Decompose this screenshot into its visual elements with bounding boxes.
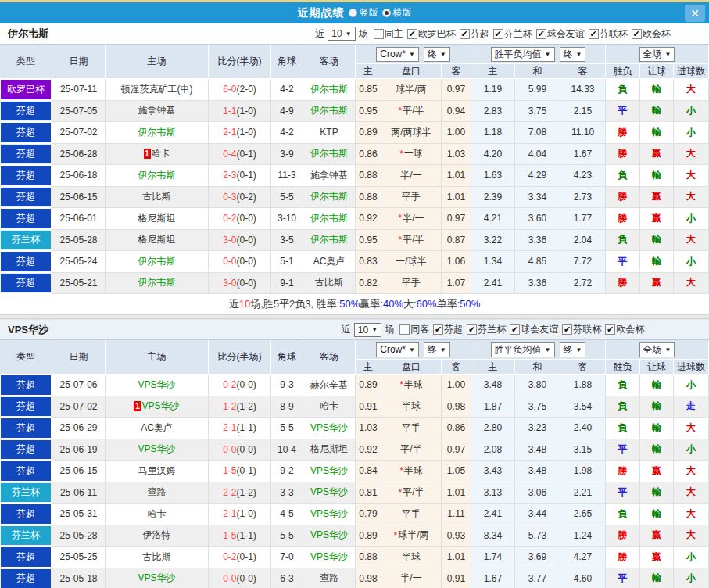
league-cell: 芬兰杯 — [0, 525, 52, 547]
league-filter[interactable]: ✔芬兰杯 — [493, 27, 532, 41]
result: 平 — [606, 482, 640, 504]
filter-label: 球会友谊 — [547, 27, 585, 41]
halftime-score: (0-0) — [237, 444, 256, 455]
crow-away-odds: 1.01 — [442, 482, 471, 504]
filter-label: 芬兰杯 — [478, 323, 506, 336]
close-icon: ✕ — [690, 7, 700, 20]
avg-source-select[interactable]: 胜平负均值▼ — [491, 47, 555, 62]
odds-time-select[interactable]: 终▼ — [424, 47, 450, 62]
spread-result: 贏 — [640, 461, 674, 482]
team-name: 伊尔韦斯 — [310, 147, 348, 160]
avg-home-odds: 3.43 — [471, 461, 515, 482]
crow-home-odds: 0.95 — [356, 101, 381, 123]
caret-down-icon: ▼ — [576, 346, 582, 353]
league-filter[interactable]: ✔欧罗巴杯 — [407, 27, 456, 41]
team-name: VPS华沙 — [310, 486, 348, 499]
crow-home-odds: 0.84 — [356, 461, 381, 482]
avg-draw-odds: 3.36 — [515, 273, 560, 295]
spread-result: 贏 — [640, 208, 674, 230]
avg-home-odds: 1.19 — [471, 79, 515, 101]
crow-home-odds: 0.81 — [356, 482, 381, 504]
col-score: 比分(半场) — [209, 45, 271, 79]
scope-select[interactable]: 全场▼ — [639, 342, 675, 357]
avg-select-group: 胜平负均值▼ 终▼ — [471, 340, 606, 360]
spread-result: 輸 — [640, 122, 674, 144]
goals-result: 大 — [674, 461, 709, 482]
league-filter[interactable]: ✔芬超 — [433, 323, 463, 336]
league-filter[interactable]: ✔欧会杯 — [632, 27, 671, 41]
odds-time-select[interactable]: 终▼ — [424, 342, 450, 357]
match-row: 芬超25-06-18伊尔韦斯2-3(0-1)11-3施拿钟基0.88半/一1.0… — [0, 165, 709, 187]
goals-result: 大 — [674, 79, 709, 101]
halftime-score: (0-0) — [237, 213, 256, 224]
team-section-vps: VPS华沙 近10▼场同客✔芬超✔芬兰杯✔球会友谊✔芬联杯✔欧会杯 类型 日期 … — [0, 319, 709, 588]
handicap: 平手 — [381, 273, 442, 295]
away-team: VPS华沙 — [303, 418, 356, 439]
checkbox-checked-icon: ✔ — [536, 29, 546, 39]
team-name: 伊尔韦斯 — [310, 83, 348, 96]
team-name: VPS华沙 — [310, 529, 348, 542]
match-count-select[interactable]: 10▼ — [328, 27, 355, 41]
scope-select[interactable]: 全场▼ — [639, 47, 675, 62]
subcol-avg-home: 主 — [471, 64, 515, 79]
fulltime-score: 1-2 — [223, 401, 236, 412]
checkbox-checked-icon: ✔ — [562, 324, 572, 335]
league-filter[interactable]: ✔芬联杯 — [589, 27, 628, 41]
corners: 3-10 — [271, 208, 303, 230]
odds-source-select[interactable]: Crow*▼ — [376, 47, 419, 62]
handicap: *半球 — [381, 375, 442, 396]
match-row: 芬超25-05-31哈卡2-1(1-0)4-5VPS华沙0.79平手1.112.… — [0, 504, 709, 525]
away-team: 查路 — [303, 568, 356, 588]
view-toggle-vertical[interactable]: 竖版 — [349, 6, 378, 20]
view-toggle-horizontal[interactable]: 横版 — [382, 6, 412, 20]
subcol-handicap: 盘口 — [381, 64, 442, 79]
select-value: 终 — [428, 343, 437, 357]
filter-label: 芬联杯 — [573, 323, 601, 336]
spread-result: 輸 — [640, 396, 674, 418]
match-row: 芬兰杯25-06-11查路2-2(1-2)3-3VPS华沙0.81*平/半1.0… — [0, 482, 709, 504]
filter-label: 芬联杯 — [600, 27, 628, 41]
crow-away-odds: 0.87 — [442, 230, 471, 252]
odds-source-select[interactable]: Crow*▼ — [376, 342, 419, 357]
col-away: 客场 — [303, 340, 356, 375]
league-filter[interactable]: ✔球会友谊 — [510, 323, 558, 336]
league-cell: 芬超 — [0, 418, 52, 439]
league-filter[interactable]: ✔芬联杯 — [562, 323, 601, 336]
handicap: 半/一 — [381, 165, 442, 187]
avg-time-select[interactable]: 终▼ — [560, 342, 586, 357]
close-button[interactable]: ✕ — [685, 5, 705, 22]
avg-source-select[interactable]: 胜平负均值▼ — [491, 342, 555, 357]
league-filter[interactable]: ✔芬超 — [460, 27, 489, 41]
spread-result: 輸 — [640, 230, 674, 252]
team-name: 古比斯 — [315, 276, 343, 289]
home-team: 1VPS华沙 — [106, 396, 209, 418]
handicap: 球半/两 — [381, 79, 442, 101]
same-venue-filter[interactable]: 同客 — [399, 323, 429, 336]
result: 負 — [606, 418, 640, 439]
team-name: 施拿钟基 — [138, 104, 176, 117]
score-cell: 3-0(0-0) — [209, 273, 271, 295]
crow-away-odds: 1.03 — [442, 144, 471, 166]
corners: 9-2 — [271, 461, 303, 482]
league-filter[interactable]: ✔芬兰杯 — [467, 323, 506, 336]
crow-away-odds: 0.86 — [442, 418, 471, 439]
team-name: 伊洛特 — [143, 529, 171, 542]
league-filter[interactable]: ✔欧会杯 — [605, 323, 644, 336]
star-marker: * — [399, 379, 403, 390]
home-team: 查路 — [106, 482, 209, 504]
league-filter[interactable]: ✔球会友谊 — [536, 27, 585, 41]
same-venue-filter[interactable]: 同主 — [374, 27, 403, 41]
halftime-score: (0-1) — [237, 551, 256, 562]
match-count-select[interactable]: 10▼ — [354, 323, 381, 337]
avg-time-select[interactable]: 终▼ — [560, 47, 586, 62]
avg-away-odds: 2.65 — [560, 504, 606, 525]
team-name: 顿涅茨克矿工(中) — [121, 83, 193, 96]
star-marker: * — [398, 106, 402, 117]
crow-away-odds: 1.00 — [442, 122, 471, 144]
corners: 3-3 — [271, 482, 303, 504]
select-value: 终 — [564, 343, 573, 357]
avg-home-odds: 1.74 — [471, 547, 515, 568]
halftime-score: (0-0) — [237, 256, 256, 267]
handicap: *平/半 — [381, 482, 442, 504]
avg-home-odds: 3.48 — [471, 375, 515, 396]
